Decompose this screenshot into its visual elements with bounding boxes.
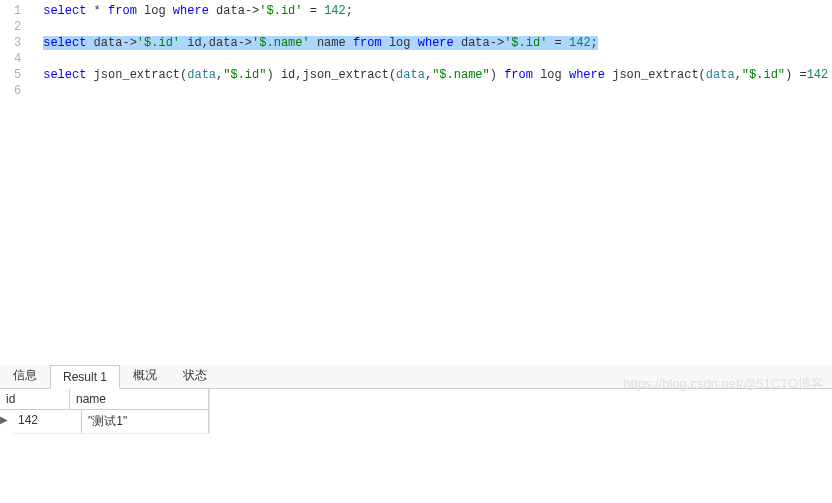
line-number: 1 (0, 3, 31, 19)
token-string: '$.name' (252, 36, 310, 50)
token-alias: id,data-> (180, 36, 252, 50)
sql-editor[interactable]: 1 2 3 4 5 6 select * from log where data… (0, 0, 832, 365)
token-func: json_extract( (605, 68, 706, 82)
token-column: data (396, 68, 425, 82)
token-func: ) id,json_extract( (266, 68, 396, 82)
tab-result-1[interactable]: Result 1 (50, 365, 120, 389)
token-column: data (187, 68, 216, 82)
token-column: data-> (86, 36, 136, 50)
tab-profile[interactable]: 概况 (120, 362, 170, 388)
result-header-row: id name (0, 389, 209, 410)
result-tabs: 信息 Result 1 概况 状态 (0, 365, 832, 389)
line-number: 2 (0, 19, 31, 35)
token-string: "$.id" (223, 68, 266, 82)
keyword-where: where (569, 68, 605, 82)
token-semi: ; (591, 36, 598, 50)
column-header-name[interactable]: name (70, 389, 209, 409)
token-star: * (86, 4, 108, 18)
code-line-1[interactable]: select * from log where data->'$.id' = 1… (31, 3, 832, 19)
token-close: ) (490, 68, 504, 82)
token-table: log (137, 4, 173, 18)
token-table: log (533, 68, 569, 82)
token-string: "$.id" (742, 68, 785, 82)
token-op: = (303, 4, 325, 18)
token-table: log (382, 36, 418, 50)
current-row-marker-icon: ▶ (0, 414, 8, 425)
keyword-select: select (43, 4, 86, 18)
code-line-6[interactable] (31, 83, 832, 99)
keyword-where: where (173, 4, 209, 18)
token-string: "$.name" (432, 68, 490, 82)
tab-info[interactable]: 信息 (0, 362, 50, 388)
code-line-3[interactable]: select data->'$.id' id,data->'$.name' na… (31, 35, 832, 51)
code-area[interactable]: select * from log where data->'$.id' = 1… (31, 0, 832, 365)
token-column: data-> (454, 36, 504, 50)
keyword-from: from (504, 68, 533, 82)
line-number: 3 (0, 35, 31, 51)
token-column: data-> (209, 4, 259, 18)
selection-highlight: select data->'$.id' id,data->'$.name' na… (43, 36, 598, 50)
code-line-5[interactable]: select json_extract(data,"$.id") id,json… (31, 67, 832, 83)
token-string: '$.id' (259, 4, 302, 18)
token-column: data (706, 68, 735, 82)
keyword-from: from (108, 4, 137, 18)
token-op: = (547, 36, 569, 50)
keyword-from: from (353, 36, 382, 50)
token-string: '$.id' (137, 36, 180, 50)
line-number: 4 (0, 51, 31, 67)
keyword-select: select (43, 68, 86, 82)
cell-name[interactable]: "测试1" (82, 410, 209, 433)
token-comma: , (735, 68, 742, 82)
token-number: 142 (569, 36, 591, 50)
cell-id[interactable]: 142 (12, 410, 82, 433)
token-number: 142 (807, 68, 829, 82)
token-func: json_extract( (86, 68, 187, 82)
column-header-id[interactable]: id (0, 389, 70, 409)
table-row[interactable]: ▶ 142 "测试1" (12, 410, 209, 434)
line-number: 5 (0, 67, 31, 83)
keyword-select: select (43, 36, 86, 50)
result-grid[interactable]: id name ▶ 142 "测试1" (0, 389, 210, 434)
token-number: 142 (324, 4, 346, 18)
token-string: '$.id' (504, 36, 547, 50)
keyword-where: where (418, 36, 454, 50)
token-semi: ; (346, 4, 353, 18)
tab-status[interactable]: 状态 (170, 362, 220, 388)
token-alias: name (310, 36, 353, 50)
code-line-2[interactable] (31, 19, 832, 35)
code-line-4[interactable] (31, 51, 832, 67)
line-number: 6 (0, 83, 31, 99)
token-close: ) = (785, 68, 807, 82)
line-gutter: 1 2 3 4 5 6 (0, 0, 31, 365)
